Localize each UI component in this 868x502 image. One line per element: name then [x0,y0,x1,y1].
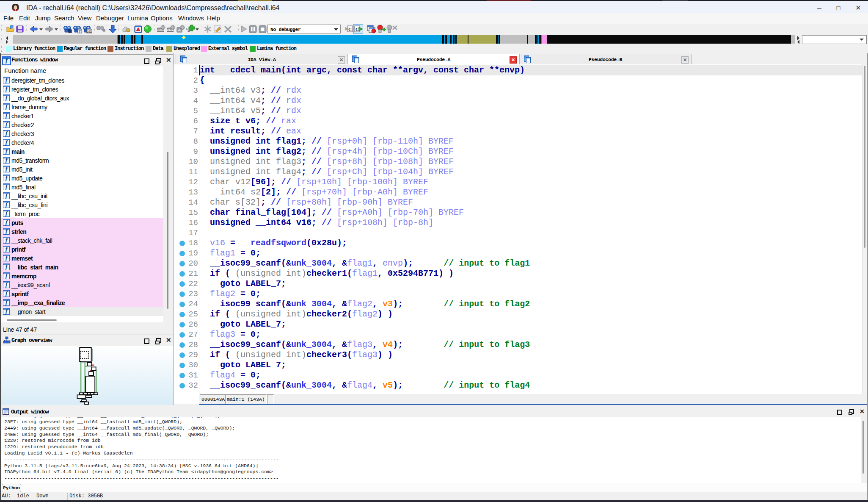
svg-text:C: C [348,27,352,32]
svg-text:C: C [355,27,359,32]
svg-text:No debugger: No debugger [270,27,301,32]
svg-text:101: 101 [87,30,92,33]
svg-text:T: T [79,30,81,33]
